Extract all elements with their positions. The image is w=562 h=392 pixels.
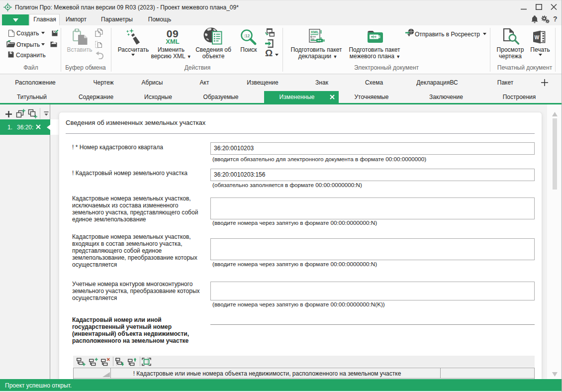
svg-text:W: W bbox=[535, 35, 540, 40]
svg-text::12: :12 bbox=[244, 33, 250, 38]
svg-text:XML: XML bbox=[311, 30, 319, 34]
